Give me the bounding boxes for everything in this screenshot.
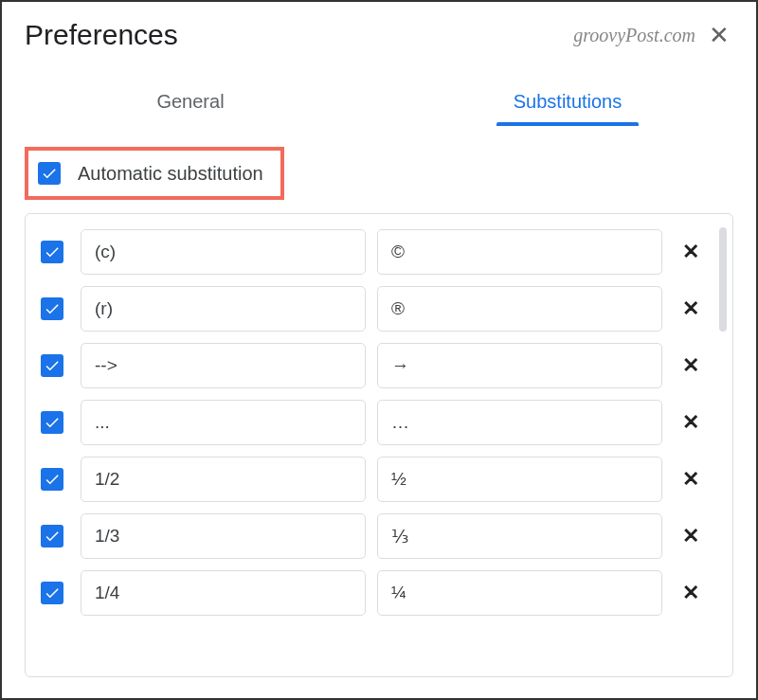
substitution-checkbox[interactable] (41, 411, 63, 434)
tab-general[interactable]: General (2, 80, 379, 126)
tabs-bar: General Substitutions (2, 80, 756, 126)
dialog-header: Preferences groovyPost.com ✕ (2, 2, 756, 61)
replace-input[interactable] (81, 457, 366, 502)
check-icon (44, 243, 61, 260)
substitution-row: ✕ (39, 451, 708, 508)
replace-input[interactable] (81, 286, 366, 332)
substitution-checkbox[interactable] (41, 354, 63, 377)
substitutions-table: ✕✕✕✕✕✕✕ (25, 213, 733, 677)
with-input[interactable] (377, 513, 662, 559)
with-input[interactable] (377, 457, 662, 502)
scrollbar[interactable] (719, 227, 729, 341)
automatic-substitution-row: Automatic substitution (25, 147, 284, 200)
check-icon (44, 528, 61, 545)
dialog-title: Preferences (25, 19, 178, 51)
replace-input[interactable] (81, 570, 366, 616)
delete-icon[interactable]: ✕ (674, 524, 708, 548)
with-input[interactable] (377, 400, 662, 445)
substitution-checkbox[interactable] (41, 241, 63, 263)
header-right: groovyPost.com ✕ (573, 23, 733, 47)
delete-icon[interactable]: ✕ (674, 581, 708, 605)
tab-substitutions[interactable]: Substitutions (379, 80, 756, 126)
scrollbar-thumb[interactable] (719, 227, 727, 332)
substitution-row: ✕ (39, 224, 708, 280)
watermark-text: groovyPost.com (573, 25, 695, 46)
delete-icon[interactable]: ✕ (674, 296, 708, 321)
substitution-row: ✕ (39, 280, 708, 337)
check-icon (44, 584, 61, 601)
substitution-row: ✕ (39, 394, 708, 451)
substitution-row: ✕ (39, 565, 708, 621)
replace-input[interactable] (81, 513, 366, 559)
check-icon (44, 471, 61, 488)
substitution-checkbox[interactable] (41, 468, 63, 491)
automatic-substitution-label: Automatic substitution (78, 163, 263, 185)
substitutions-scroll[interactable]: ✕✕✕✕✕✕✕ (39, 224, 725, 676)
with-input[interactable] (377, 229, 662, 275)
with-input[interactable] (377, 343, 662, 388)
automatic-substitution-checkbox[interactable] (38, 162, 61, 185)
replace-input[interactable] (81, 400, 366, 445)
tab-content: Automatic substitution ✕✕✕✕✕✕✕ (2, 126, 756, 677)
replace-input[interactable] (81, 229, 366, 275)
replace-input[interactable] (81, 343, 366, 388)
delete-icon[interactable]: ✕ (674, 353, 708, 378)
check-icon (44, 357, 61, 374)
substitution-checkbox[interactable] (41, 525, 63, 547)
check-icon (41, 165, 58, 182)
delete-icon[interactable]: ✕ (674, 410, 708, 435)
delete-icon[interactable]: ✕ (674, 467, 708, 492)
check-icon (44, 414, 61, 431)
substitution-row: ✕ (39, 508, 708, 565)
substitution-row: ✕ (39, 337, 708, 394)
preferences-dialog: Preferences groovyPost.com ✕ General Sub… (0, 0, 758, 700)
delete-icon[interactable]: ✕ (674, 240, 708, 264)
close-icon[interactable]: ✕ (705, 23, 733, 47)
check-icon (44, 300, 61, 317)
with-input[interactable] (377, 286, 662, 332)
with-input[interactable] (377, 570, 662, 616)
substitution-checkbox[interactable] (41, 582, 63, 604)
substitution-checkbox[interactable] (41, 297, 63, 320)
